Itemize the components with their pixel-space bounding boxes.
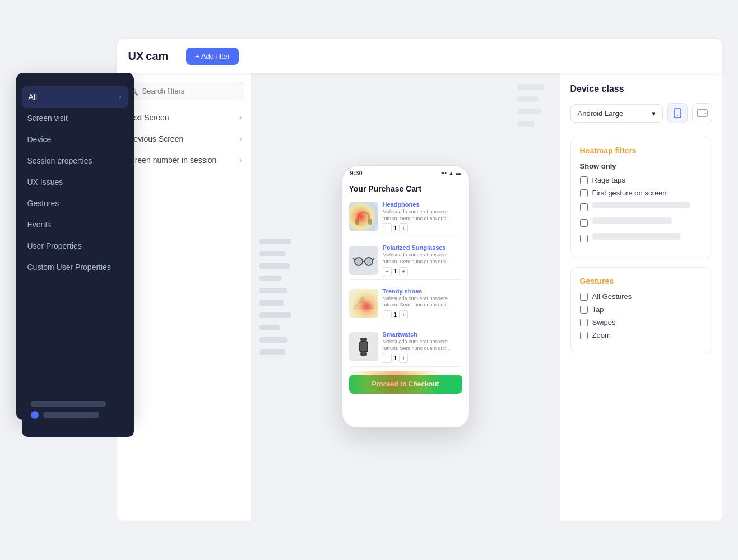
sidebar-item-ux-issues[interactable]: UX Issues (16, 171, 134, 193)
cart-item-info-smartwatch: Smartwatch Malesuada cum erat posuere ru… (383, 331, 462, 362)
cart-item-shoes: Trendy shoes Malesuada cum erat posuere … (349, 284, 462, 323)
checkbox-zoom: Zoom (580, 331, 703, 339)
filter-item-previous-screen[interactable]: Previous Screen › (117, 128, 251, 150)
main-container: All › Screen visit Device Session proper… (16, 39, 722, 521)
qty-value: 1 (394, 312, 397, 318)
zoom-checkbox[interactable] (580, 332, 588, 339)
placeholder-checkbox-1[interactable] (580, 203, 588, 211)
blurred-row (517, 96, 538, 102)
blurred-rows-right (509, 73, 560, 138)
chevron-right-icon: › (240, 156, 242, 164)
sidebar-item-label: Device (27, 135, 52, 144)
qty-minus-button[interactable]: − (383, 354, 392, 363)
cart-item-headphones: Headphones Malesuada cum erat posuere ru… (349, 198, 462, 236)
qty-minus-button[interactable]: − (383, 310, 392, 319)
blurred-row (259, 349, 286, 355)
content-area: 🔍 Next Screen › Previous Screen › Screen… (117, 73, 722, 521)
heatmap-filters-section: Heatmap filters Show only Rage taps Firs… (570, 137, 712, 258)
first-gesture-checkbox[interactable] (580, 189, 588, 197)
heatmap-overlay-shoes (349, 289, 378, 318)
sidebar-item-session-properties[interactable]: Session properties (16, 150, 134, 171)
qty-plus-button[interactable]: + (399, 267, 408, 276)
swipes-checkbox[interactable] (580, 319, 588, 326)
rage-taps-checkbox[interactable] (580, 176, 588, 184)
blurred-row (259, 325, 280, 330)
wifi-icon: ▲ (449, 170, 454, 176)
cart-item-name-headphones: Headphones (383, 201, 462, 208)
placeholder-bar-1 (592, 202, 690, 208)
checkbox-tap: Tap (580, 305, 703, 314)
sidebar-item-label: Gestures (27, 199, 59, 208)
logo-ux: UX (128, 50, 144, 63)
svg-point-10 (366, 259, 372, 264)
cart-item-info-shoes: Trendy shoes Malesuada cum erat posuere … (383, 288, 462, 319)
device-select[interactable]: Android Large ▾ (570, 104, 663, 123)
sidebar-item-label: UX Issues (27, 178, 63, 186)
blurred-row (259, 239, 292, 244)
filter-label: Screen number in session (126, 156, 217, 165)
qty-controls-sunglasses: − 1 + (383, 267, 462, 276)
qty-plus-button[interactable]: + (399, 223, 408, 232)
phone-status-bar: 9:30 ▪▪▪ ▲ ▬ (342, 166, 469, 180)
tap-checkbox[interactable] (580, 306, 588, 314)
device-class-title: Device class (570, 84, 712, 94)
qty-minus-button[interactable]: − (383, 223, 392, 232)
rage-taps-label: Rage taps (592, 176, 625, 184)
blurred-row (259, 300, 284, 306)
cart-item-sunglasses: Polarized Sunglasses Malesuada cum erat … (349, 241, 462, 279)
qty-controls-shoes: − 1 + (383, 310, 462, 319)
sidebar-item-gestures[interactable]: Gestures (16, 193, 134, 214)
tablet-icon-button[interactable] (692, 103, 712, 123)
qty-minus-button[interactable]: − (383, 267, 392, 276)
checkbox-placeholder-3 (580, 233, 703, 244)
swipes-label: Swipes (592, 318, 616, 326)
cart-item-desc-smartwatch: Malesuada cum erat posuere rutrum. Sem n… (383, 339, 462, 352)
qty-plus-button[interactable]: + (399, 310, 408, 319)
bottom-card (22, 392, 134, 437)
qty-plus-button[interactable]: + (399, 354, 408, 363)
sidebar-item-user-properties[interactable]: User Properties (16, 235, 134, 256)
signal-icon: ▪▪▪ (441, 170, 447, 176)
sidebar-item-device[interactable]: Device (16, 129, 134, 150)
gestures-section: Gestures All Gestures Tap Swipes Zoom (570, 267, 712, 353)
sidebar: All › Screen visit Device Session proper… (16, 73, 134, 420)
blurred-row (259, 251, 286, 256)
sidebar-item-label: Events (27, 220, 52, 229)
placeholder-bar-2 (592, 217, 672, 224)
cart-item-img-smartwatch (349, 332, 378, 361)
dark-card-line-1 (31, 401, 106, 407)
filter-item-next-screen[interactable]: Next Screen › (117, 107, 251, 128)
all-gestures-checkbox[interactable] (580, 293, 588, 301)
chevron-down-icon: ▾ (652, 109, 656, 118)
heatmap-filters-title: Heatmap filters (580, 146, 703, 155)
sidebar-item-screen-visit[interactable]: Screen visit (16, 108, 134, 129)
filter-panel: 🔍 Next Screen › Previous Screen › Screen… (117, 73, 252, 521)
first-gesture-label: First gesture on screen (592, 189, 667, 197)
phone-mockup: 9:30 ▪▪▪ ▲ ▬ Your Purchase Cart (341, 165, 470, 428)
placeholder-checkbox-2[interactable] (580, 219, 588, 227)
add-filter-button[interactable]: + Add filter (186, 48, 239, 65)
search-filters-input[interactable] (124, 82, 244, 100)
sidebar-item-events[interactable]: Events (16, 214, 134, 235)
cart-item-name-smartwatch: Smartwatch (383, 331, 462, 338)
placeholder-bar-3 (592, 233, 681, 240)
heatmap-overlay-checkout (349, 371, 462, 394)
svg-rect-15 (360, 338, 367, 341)
sidebar-item-label: Screen visit (27, 114, 68, 123)
svg-point-9 (356, 259, 361, 264)
device-class-controls: Android Large ▾ (570, 103, 712, 123)
filter-item-screen-number[interactable]: Screen number in session › (117, 150, 251, 171)
placeholder-checkbox-3[interactable] (580, 235, 588, 242)
sidebar-item-label: Custom User Properties (27, 263, 111, 272)
dark-card-subline (43, 412, 100, 418)
phone-icon-button[interactable] (667, 103, 688, 123)
sidebar-item-all[interactable]: All › (22, 86, 128, 108)
svg-point-20 (705, 113, 706, 114)
blurred-row (517, 109, 541, 114)
qty-value: 1 (394, 268, 397, 274)
sidebar-item-custom-user-properties[interactable]: Custom User Properties (16, 256, 134, 278)
cart-item-img-shoes (349, 289, 378, 318)
chevron-right-icon: › (240, 135, 242, 143)
cart-item-info-headphones: Headphones Malesuada cum erat posuere ru… (383, 201, 462, 232)
blurred-rows-left (252, 73, 308, 521)
